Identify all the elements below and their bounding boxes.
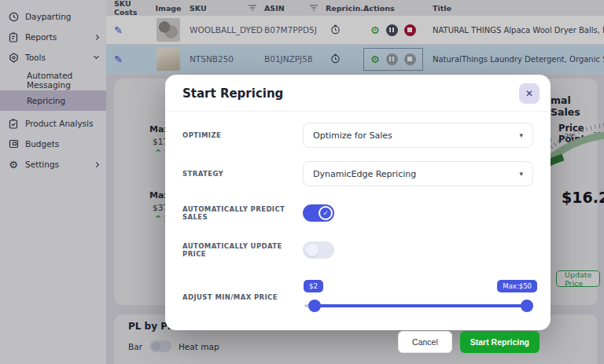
slider-min-handle[interactable]: [308, 300, 321, 312]
optimize-select[interactable]: Optimize for Sales ▾: [303, 123, 533, 148]
chevron-down-icon: ▾: [519, 170, 523, 178]
modal-footer: Cancel Start Repricing: [165, 329, 551, 364]
modal-title: Start Repricing: [182, 86, 283, 101]
modal-header: Start Repricing ✕: [165, 75, 551, 112]
close-icon: ✕: [525, 88, 533, 99]
update-price-label: AUTOMATICALLY UPDATE PRICE: [182, 242, 303, 258]
update-price-row: AUTOMATICALLY UPDATE PRICE: [182, 241, 533, 259]
toggle-knob: ✓: [319, 206, 333, 220]
close-button[interactable]: ✕: [519, 83, 540, 104]
slider-fill: [315, 304, 528, 307]
max-price-badge: Max:$50: [497, 280, 537, 292]
min-price-badge: $2: [304, 280, 323, 292]
start-repricing-button[interactable]: Start Repricing: [460, 331, 540, 353]
optimize-field-row: OPTIMIZE Optimize for Sales ▾: [182, 123, 533, 148]
predict-sales-toggle-on[interactable]: ✓: [303, 204, 334, 222]
chevron-down-icon: ▾: [519, 131, 523, 139]
strategy-label: STRATEGY: [182, 170, 303, 178]
start-repricing-modal: Start Repricing ✕ OPTIMIZE Optimize for …: [165, 75, 551, 330]
strategy-selected-value: DynamicEdge Repricing: [313, 169, 416, 179]
slider-max-handle[interactable]: [521, 300, 533, 312]
price-range-slider: $2 Max:$50: [303, 280, 533, 316]
min-max-price-label: ADJUST MIN/MAX PRICE: [182, 293, 303, 301]
update-price-toggle-off[interactable]: [303, 241, 334, 259]
strategy-field-row: STRATEGY DynamicEdge Repricing ▾: [182, 161, 533, 186]
app-screen: Dayparting Reports Tools Automated Messa…: [0, 0, 604, 364]
cancel-button[interactable]: Cancel: [398, 331, 452, 353]
modal-body: OPTIMIZE Optimize for Sales ▾ STRATEGY D…: [165, 112, 551, 329]
predict-sales-label: AUTOMATICALLY PREDICT SALES: [182, 205, 303, 221]
strategy-select[interactable]: DynamicEdge Repricing ▾: [303, 161, 533, 186]
toggle-knob: [306, 244, 319, 256]
predict-sales-row: AUTOMATICALLY PREDICT SALES ✓: [182, 204, 533, 222]
check-icon: ✓: [322, 209, 329, 217]
optimize-selected-value: Optimize for Sales: [313, 131, 392, 141]
optimize-label: OPTIMIZE: [182, 131, 303, 139]
min-max-price-row: ADJUST MIN/MAX PRICE $2 Max:$50: [182, 278, 533, 316]
